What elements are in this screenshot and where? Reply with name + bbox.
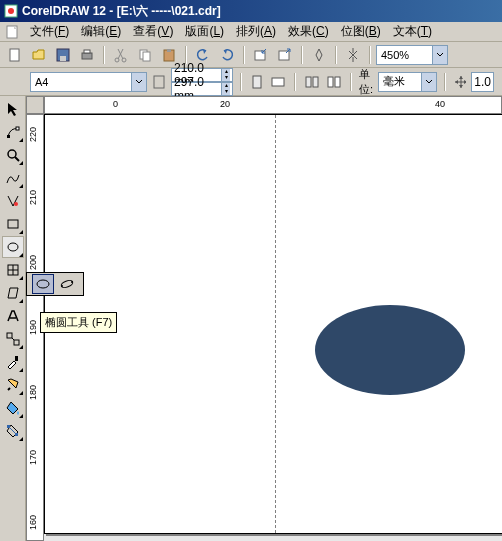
copy-button[interactable] — [134, 44, 156, 66]
app-launcher-button[interactable] — [308, 44, 330, 66]
graph-paper-tool[interactable] — [2, 259, 24, 281]
separator — [444, 73, 446, 91]
print-button[interactable] — [76, 44, 98, 66]
basic-shapes-tool[interactable] — [2, 282, 24, 304]
open-button[interactable] — [28, 44, 50, 66]
svg-rect-19 — [306, 77, 311, 87]
svg-rect-7 — [84, 50, 90, 53]
interactive-fill-tool[interactable] — [2, 420, 24, 442]
current-page-button[interactable] — [325, 71, 343, 93]
freehand-tool[interactable] — [2, 167, 24, 189]
svg-rect-39 — [15, 433, 18, 436]
cut-button[interactable] — [110, 44, 132, 66]
svg-rect-3 — [10, 49, 19, 61]
property-bar: 210.0 mm▴▾ 297.0 mm▴▾ 单位: 1.0 — [0, 68, 502, 96]
menu-view[interactable]: 查看(V) — [127, 21, 179, 42]
new-button[interactable] — [4, 44, 26, 66]
shape-tool[interactable] — [2, 121, 24, 143]
unit-input[interactable] — [379, 73, 421, 91]
export-button[interactable] — [274, 44, 296, 66]
menu-bar: 文件(F) 编辑(E) 查看(V) 版面(L) 排列(A) 效果(C) 位图(B… — [0, 22, 502, 42]
separator — [103, 46, 105, 64]
svg-rect-5 — [60, 56, 66, 61]
corel-online-button[interactable] — [342, 44, 364, 66]
menu-file[interactable]: 文件(F) — [24, 21, 75, 42]
ellipse-object[interactable] — [315, 305, 465, 395]
outline-tool[interactable] — [2, 374, 24, 396]
paper-size-input[interactable] — [31, 73, 131, 91]
separator — [350, 73, 352, 91]
svg-point-1 — [8, 8, 14, 14]
svg-point-27 — [14, 202, 18, 206]
svg-rect-11 — [143, 52, 150, 61]
paper-height-input[interactable]: 297.0 mm▴▾ — [171, 82, 233, 96]
zoom-input[interactable] — [377, 46, 432, 64]
separator — [294, 73, 296, 91]
landscape-button[interactable] — [269, 71, 287, 93]
separator — [243, 46, 245, 64]
all-pages-button[interactable] — [303, 71, 321, 93]
svg-point-41 — [60, 279, 73, 289]
svg-rect-36 — [15, 356, 18, 361]
nudge-input[interactable]: 1.0 — [471, 72, 494, 92]
paper-dims-spinners: 210.0 mm▴▾ 297.0 mm▴▾ — [171, 68, 233, 96]
zoom-combo[interactable] — [376, 45, 448, 65]
eyedropper-tool[interactable] — [2, 351, 24, 373]
standard-toolbar — [0, 42, 502, 68]
separator — [369, 46, 371, 64]
nudge-icon — [453, 71, 467, 93]
fill-tool[interactable] — [2, 397, 24, 419]
horizontal-ruler[interactable]: 0 20 40 — [44, 96, 502, 114]
title-bar: CorelDRAW 12 - [E:\六 -----\021.cdr] — [0, 0, 502, 22]
svg-rect-17 — [253, 76, 261, 88]
dropdown-icon[interactable] — [131, 73, 146, 91]
smart-drawing-tool[interactable] — [2, 190, 24, 212]
ruler-corner[interactable] — [26, 96, 44, 114]
svg-rect-6 — [82, 53, 92, 59]
svg-rect-24 — [16, 127, 19, 130]
svg-rect-22 — [335, 77, 340, 87]
svg-point-29 — [8, 243, 18, 251]
svg-rect-28 — [8, 220, 18, 228]
text-tool[interactable] — [2, 305, 24, 327]
ellipse-flyout-ellipse[interactable] — [32, 274, 54, 294]
svg-point-43 — [71, 281, 73, 283]
menu-text[interactable]: 文本(T) — [387, 21, 438, 42]
dropdown-icon[interactable] — [432, 46, 447, 64]
menu-bitmap[interactable]: 位图(B) — [335, 21, 387, 42]
ellipse-tool[interactable] — [2, 236, 24, 258]
ellipse-tool-flyout — [26, 272, 84, 296]
interactive-blend-tool[interactable] — [2, 328, 24, 350]
svg-point-42 — [61, 285, 63, 287]
svg-point-8 — [115, 58, 119, 62]
svg-point-25 — [8, 150, 16, 158]
dropdown-icon[interactable] — [421, 73, 436, 91]
ellipse-flyout-3point[interactable] — [56, 274, 78, 294]
svg-rect-33 — [7, 333, 12, 338]
menu-edit[interactable]: 编辑(E) — [75, 21, 127, 42]
svg-rect-13 — [167, 49, 171, 52]
save-button[interactable] — [52, 44, 74, 66]
svg-rect-14 — [255, 51, 265, 60]
svg-rect-21 — [328, 77, 333, 87]
menu-layout[interactable]: 版面(L) — [179, 21, 230, 42]
svg-point-40 — [37, 280, 49, 288]
rectangle-tool[interactable] — [2, 213, 24, 235]
unit-combo[interactable] — [378, 72, 437, 92]
svg-rect-15 — [279, 51, 289, 60]
unit-label: 单位: — [359, 67, 374, 97]
svg-line-35 — [12, 338, 14, 340]
menu-arrange[interactable]: 排列(A) — [230, 21, 282, 42]
zoom-tool[interactable] — [2, 144, 24, 166]
app-icon — [4, 4, 18, 18]
svg-rect-38 — [7, 425, 10, 428]
svg-point-9 — [122, 58, 126, 62]
menu-effects[interactable]: 效果(C) — [282, 21, 335, 42]
pick-tool[interactable] — [2, 98, 24, 120]
import-button[interactable] — [250, 44, 272, 66]
window-title: CorelDRAW 12 - [E:\六 -----\021.cdr] — [22, 3, 498, 20]
document-icon — [4, 24, 20, 40]
portrait-button[interactable] — [249, 71, 265, 93]
paper-size-combo[interactable] — [30, 72, 147, 92]
separator — [240, 73, 242, 91]
